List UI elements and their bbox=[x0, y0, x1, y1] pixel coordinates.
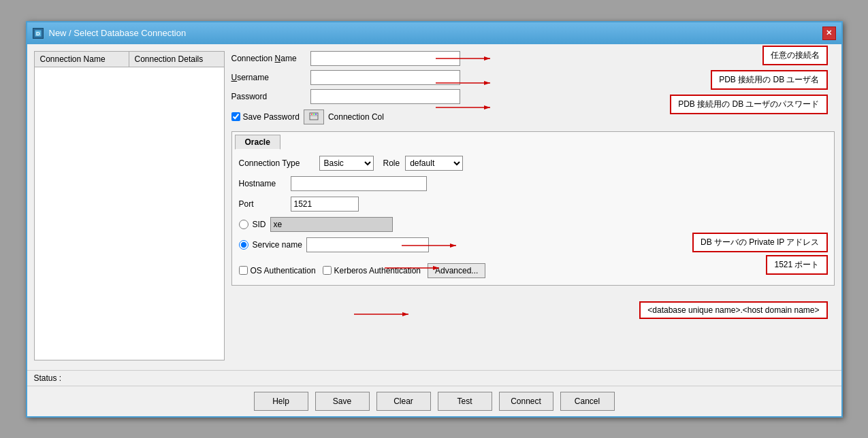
hostname-label: Hostname bbox=[239, 179, 287, 188]
connection-color-picker[interactable] bbox=[304, 110, 324, 124]
oracle-tab-content: Connection Type Basic TNS Advanced Role … bbox=[232, 149, 834, 285]
cancel-button[interactable]: Cancel bbox=[560, 392, 615, 411]
svg-text:D: D bbox=[36, 31, 40, 37]
save-password-label[interactable]: Save Password bbox=[231, 112, 300, 122]
role-select[interactable]: default SYSDBA SYSOPER bbox=[405, 156, 463, 171]
connection-list-panel: Connection Name Connection Details bbox=[34, 51, 225, 360]
service-name-row: Service name bbox=[239, 237, 827, 252]
oracle-tab-area: Oracle Connection Type Basic TNS Advance… bbox=[231, 131, 835, 286]
sid-label: SID bbox=[253, 220, 266, 229]
col-connection-name: Connection Name bbox=[35, 52, 129, 67]
bottom-bar: Help Save Clear Test Connect Cancel bbox=[27, 386, 841, 416]
save-label: Save bbox=[333, 397, 351, 406]
oracle-tab[interactable]: Oracle bbox=[235, 135, 280, 150]
main-content: Connection Name Connection Details Conne… bbox=[27, 44, 841, 367]
save-password-row: Save Password Connection Col bbox=[231, 110, 835, 124]
test-label: Test bbox=[457, 397, 472, 406]
password-row: Password bbox=[231, 89, 835, 104]
app-icon: D bbox=[33, 28, 44, 39]
connection-list-body[interactable] bbox=[35, 67, 224, 360]
username-label: Username bbox=[231, 73, 306, 82]
password-label: Password bbox=[231, 92, 306, 101]
sid-row: SID bbox=[239, 217, 827, 232]
connection-col-label: Connection Col bbox=[328, 112, 384, 122]
connection-name-row: Connection Name bbox=[231, 51, 835, 66]
save-password-checkbox[interactable] bbox=[231, 112, 240, 121]
status-bar: Status : bbox=[27, 370, 841, 386]
role-label: Role bbox=[383, 158, 400, 168]
connect-label: Connect bbox=[511, 397, 541, 406]
svg-rect-5 bbox=[313, 114, 315, 115]
connection-type-row: Connection Type Basic TNS Advanced Role … bbox=[239, 156, 827, 171]
service-name-radio[interactable] bbox=[239, 240, 248, 250]
connection-name-input[interactable] bbox=[310, 51, 460, 66]
username-input[interactable] bbox=[310, 70, 460, 85]
service-name-label: Service name bbox=[253, 240, 302, 250]
svg-rect-4 bbox=[311, 114, 312, 115]
connection-name-label: Connection Name bbox=[231, 54, 306, 63]
port-input[interactable] bbox=[291, 197, 359, 212]
kerberos-auth-label[interactable]: Kerberos Authentication bbox=[323, 266, 421, 275]
username-row: Username bbox=[231, 70, 835, 85]
hostname-input[interactable] bbox=[291, 176, 427, 191]
kerberos-auth-text: Kerberos Authentication bbox=[334, 266, 421, 275]
help-button[interactable]: Help bbox=[254, 392, 308, 411]
advanced-button[interactable]: Advanced... bbox=[428, 263, 485, 278]
cancel-label: Cancel bbox=[575, 397, 600, 406]
connection-type-select[interactable]: Basic TNS Advanced bbox=[319, 156, 374, 171]
save-button[interactable]: Save bbox=[315, 392, 370, 411]
status-label: Status : bbox=[34, 373, 62, 383]
hostname-row: Hostname bbox=[239, 176, 827, 191]
os-auth-text: OS Authentication bbox=[251, 266, 316, 275]
save-password-text: Save Password bbox=[243, 112, 300, 122]
os-auth-checkbox[interactable] bbox=[239, 266, 248, 275]
form-panel: Connection Name Username Password bbox=[231, 51, 835, 360]
help-label: Help bbox=[272, 397, 289, 406]
main-window: D New / Select Database Connection ✕ Con… bbox=[26, 21, 843, 418]
os-auth-label[interactable]: OS Authentication bbox=[239, 266, 316, 275]
clear-label: Clear bbox=[393, 397, 413, 406]
auth-row: OS Authentication Kerberos Authenticatio… bbox=[239, 263, 827, 278]
password-input[interactable] bbox=[310, 89, 460, 104]
sid-radio[interactable] bbox=[239, 220, 248, 229]
service-name-input[interactable] bbox=[306, 237, 429, 252]
list-header: Connection Name Connection Details bbox=[35, 52, 224, 67]
close-button[interactable]: ✕ bbox=[822, 27, 836, 40]
test-button[interactable]: Test bbox=[438, 392, 492, 411]
svg-rect-6 bbox=[315, 114, 317, 115]
connect-button[interactable]: Connect bbox=[499, 392, 553, 411]
connection-type-label: Connection Type bbox=[239, 158, 314, 168]
titlebar: D New / Select Database Connection ✕ bbox=[27, 22, 841, 44]
col-connection-details: Connection Details bbox=[129, 52, 224, 67]
window-title: New / Select Database Connection bbox=[49, 28, 187, 38]
kerberos-auth-checkbox[interactable] bbox=[323, 266, 332, 275]
titlebar-left: D New / Select Database Connection bbox=[33, 28, 187, 39]
port-label: Port bbox=[239, 199, 287, 209]
sid-input[interactable] bbox=[270, 217, 393, 232]
port-row: Port bbox=[239, 197, 827, 212]
clear-button[interactable]: Clear bbox=[376, 392, 431, 411]
